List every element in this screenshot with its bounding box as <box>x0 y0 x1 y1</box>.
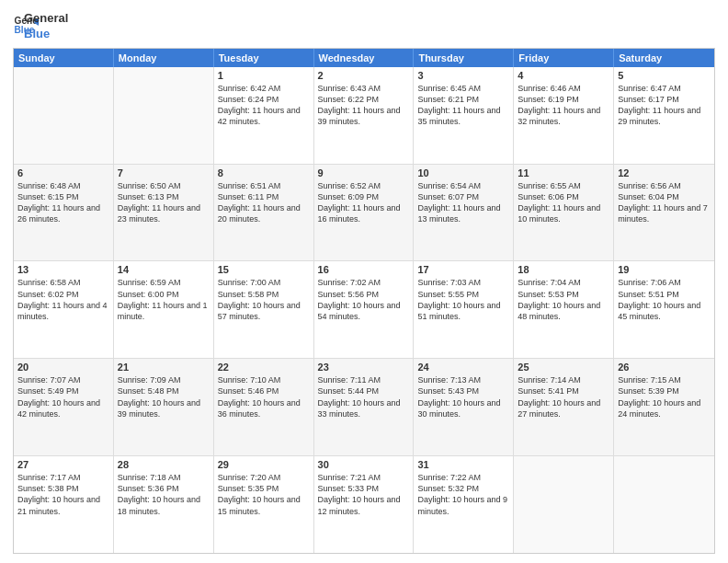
day-number: 30 <box>318 459 410 470</box>
week-row-1: 1Sunrise: 6:42 AM Sunset: 6:24 PM Daylig… <box>14 67 714 165</box>
day-info: Sunrise: 7:09 AM Sunset: 5:48 PM Dayligh… <box>118 374 210 419</box>
day-of-week-saturday: Saturday <box>614 49 714 67</box>
day-number: 14 <box>118 264 210 275</box>
day-info: Sunrise: 7:02 AM Sunset: 5:56 PM Dayligh… <box>318 277 410 322</box>
day-info: Sunrise: 6:55 AM Sunset: 6:06 PM Dayligh… <box>518 180 609 225</box>
day-number: 2 <box>318 70 410 81</box>
day-cell-15: 15Sunrise: 7:00 AM Sunset: 5:58 PM Dayli… <box>214 261 314 358</box>
day-cell-1: 1Sunrise: 6:42 AM Sunset: 6:24 PM Daylig… <box>214 67 314 164</box>
day-number: 15 <box>218 264 310 275</box>
day-number: 26 <box>618 362 711 373</box>
logo-blue: Blue <box>24 27 68 42</box>
day-cell-18: 18Sunrise: 7:04 AM Sunset: 5:53 PM Dayli… <box>514 261 614 358</box>
day-cell-17: 17Sunrise: 7:03 AM Sunset: 5:55 PM Dayli… <box>414 261 514 358</box>
page-header: General Blue General Blue <box>13 9 715 42</box>
day-info: Sunrise: 6:46 AM Sunset: 6:19 PM Dayligh… <box>518 83 609 128</box>
day-info: Sunrise: 6:50 AM Sunset: 6:13 PM Dayligh… <box>118 180 210 225</box>
day-cell-24: 24Sunrise: 7:13 AM Sunset: 5:43 PM Dayli… <box>414 359 514 455</box>
day-number: 31 <box>417 459 509 470</box>
day-cell-20: 20Sunrise: 7:07 AM Sunset: 5:49 PM Dayli… <box>14 359 114 455</box>
day-number: 24 <box>417 362 509 373</box>
day-info: Sunrise: 6:47 AM Sunset: 6:17 PM Dayligh… <box>618 83 711 128</box>
day-number: 29 <box>218 459 310 470</box>
day-info: Sunrise: 7:22 AM Sunset: 5:32 PM Dayligh… <box>417 472 509 517</box>
day-info: Sunrise: 7:11 AM Sunset: 5:44 PM Dayligh… <box>318 374 410 419</box>
day-info: Sunrise: 7:15 AM Sunset: 5:39 PM Dayligh… <box>618 374 711 419</box>
day-number: 8 <box>218 167 310 178</box>
empty-cell <box>114 67 214 164</box>
day-info: Sunrise: 6:45 AM Sunset: 6:21 PM Dayligh… <box>417 83 509 128</box>
empty-cell <box>514 456 614 553</box>
day-number: 25 <box>518 362 609 373</box>
day-cell-7: 7Sunrise: 6:50 AM Sunset: 6:13 PM Daylig… <box>114 165 214 261</box>
day-of-week-friday: Friday <box>514 49 614 67</box>
day-number: 16 <box>318 264 410 275</box>
day-info: Sunrise: 7:13 AM Sunset: 5:43 PM Dayligh… <box>417 374 509 419</box>
day-info: Sunrise: 6:52 AM Sunset: 6:09 PM Dayligh… <box>318 180 410 225</box>
day-cell-6: 6Sunrise: 6:48 AM Sunset: 6:15 PM Daylig… <box>14 165 114 261</box>
calendar: SundayMondayTuesdayWednesdayThursdayFrid… <box>13 48 715 554</box>
logo-general: General <box>24 11 68 27</box>
week-row-5: 27Sunrise: 7:17 AM Sunset: 5:38 PM Dayli… <box>14 456 714 553</box>
day-info: Sunrise: 7:04 AM Sunset: 5:53 PM Dayligh… <box>518 277 609 322</box>
day-number: 1 <box>218 70 310 81</box>
day-number: 7 <box>118 167 210 178</box>
day-cell-26: 26Sunrise: 7:15 AM Sunset: 5:39 PM Dayli… <box>614 359 714 455</box>
day-number: 19 <box>618 264 711 275</box>
day-number: 6 <box>17 167 109 178</box>
day-number: 10 <box>417 167 509 178</box>
day-cell-22: 22Sunrise: 7:10 AM Sunset: 5:46 PM Dayli… <box>214 359 314 455</box>
day-info: Sunrise: 7:17 AM Sunset: 5:38 PM Dayligh… <box>17 472 109 517</box>
day-cell-2: 2Sunrise: 6:43 AM Sunset: 6:22 PM Daylig… <box>314 67 415 164</box>
logo: General Blue General Blue <box>13 9 68 42</box>
day-of-week-monday: Monday <box>114 49 214 67</box>
day-number: 4 <box>518 70 609 81</box>
week-row-2: 6Sunrise: 6:48 AM Sunset: 6:15 PM Daylig… <box>14 165 714 262</box>
week-row-3: 13Sunrise: 6:58 AM Sunset: 6:02 PM Dayli… <box>14 261 714 359</box>
day-info: Sunrise: 6:59 AM Sunset: 6:00 PM Dayligh… <box>118 277 210 322</box>
empty-cell <box>614 456 714 553</box>
day-info: Sunrise: 6:54 AM Sunset: 6:07 PM Dayligh… <box>417 180 509 225</box>
day-cell-8: 8Sunrise: 6:51 AM Sunset: 6:11 PM Daylig… <box>214 165 314 261</box>
day-info: Sunrise: 6:43 AM Sunset: 6:22 PM Dayligh… <box>318 83 410 128</box>
day-info: Sunrise: 7:20 AM Sunset: 5:35 PM Dayligh… <box>218 472 310 517</box>
day-info: Sunrise: 6:58 AM Sunset: 6:02 PM Dayligh… <box>17 277 109 322</box>
day-number: 5 <box>618 70 711 81</box>
day-number: 27 <box>17 459 109 470</box>
day-info: Sunrise: 6:51 AM Sunset: 6:11 PM Dayligh… <box>218 180 310 225</box>
day-cell-4: 4Sunrise: 6:46 AM Sunset: 6:19 PM Daylig… <box>514 67 614 164</box>
day-info: Sunrise: 7:21 AM Sunset: 5:33 PM Dayligh… <box>318 472 410 517</box>
day-number: 3 <box>417 70 509 81</box>
day-info: Sunrise: 7:10 AM Sunset: 5:46 PM Dayligh… <box>218 374 310 419</box>
day-cell-10: 10Sunrise: 6:54 AM Sunset: 6:07 PM Dayli… <box>414 165 514 261</box>
day-cell-19: 19Sunrise: 7:06 AM Sunset: 5:51 PM Dayli… <box>614 261 714 358</box>
day-of-week-sunday: Sunday <box>14 49 114 67</box>
day-of-week-tuesday: Tuesday <box>214 49 314 67</box>
day-info: Sunrise: 7:18 AM Sunset: 5:36 PM Dayligh… <box>118 472 210 517</box>
calendar-header: SundayMondayTuesdayWednesdayThursdayFrid… <box>14 49 714 67</box>
day-info: Sunrise: 6:56 AM Sunset: 6:04 PM Dayligh… <box>618 180 711 225</box>
day-info: Sunrise: 6:48 AM Sunset: 6:15 PM Dayligh… <box>17 180 109 225</box>
day-cell-21: 21Sunrise: 7:09 AM Sunset: 5:48 PM Dayli… <box>114 359 214 455</box>
day-cell-30: 30Sunrise: 7:21 AM Sunset: 5:33 PM Dayli… <box>314 456 415 553</box>
day-number: 11 <box>518 167 609 178</box>
day-number: 9 <box>318 167 410 178</box>
day-info: Sunrise: 7:06 AM Sunset: 5:51 PM Dayligh… <box>618 277 711 322</box>
day-number: 22 <box>218 362 310 373</box>
day-cell-16: 16Sunrise: 7:02 AM Sunset: 5:56 PM Dayli… <box>314 261 415 358</box>
day-cell-12: 12Sunrise: 6:56 AM Sunset: 6:04 PM Dayli… <box>614 165 714 261</box>
day-number: 18 <box>518 264 609 275</box>
day-number: 13 <box>17 264 109 275</box>
day-cell-31: 31Sunrise: 7:22 AM Sunset: 5:32 PM Dayli… <box>414 456 514 553</box>
day-cell-23: 23Sunrise: 7:11 AM Sunset: 5:44 PM Dayli… <box>314 359 415 455</box>
day-number: 28 <box>118 459 210 470</box>
calendar-body: 1Sunrise: 6:42 AM Sunset: 6:24 PM Daylig… <box>14 67 714 553</box>
day-cell-14: 14Sunrise: 6:59 AM Sunset: 6:00 PM Dayli… <box>114 261 214 358</box>
day-cell-5: 5Sunrise: 6:47 AM Sunset: 6:17 PM Daylig… <box>614 67 714 164</box>
day-number: 20 <box>17 362 109 373</box>
day-of-week-thursday: Thursday <box>414 49 514 67</box>
empty-cell <box>14 67 114 164</box>
day-of-week-wednesday: Wednesday <box>314 49 415 67</box>
day-info: Sunrise: 7:03 AM Sunset: 5:55 PM Dayligh… <box>417 277 509 322</box>
day-cell-11: 11Sunrise: 6:55 AM Sunset: 6:06 PM Dayli… <box>514 165 614 261</box>
